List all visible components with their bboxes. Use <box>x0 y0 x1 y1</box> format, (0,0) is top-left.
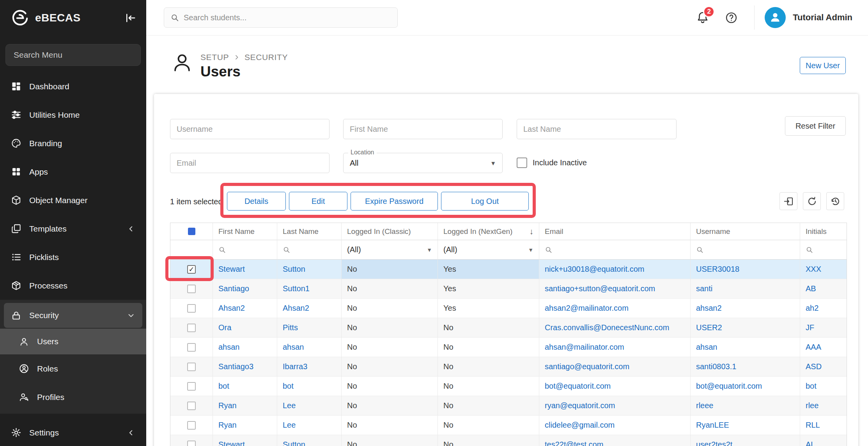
cell-email[interactable]: nick+u30018@equatorit.com <box>539 260 691 279</box>
global-search[interactable] <box>164 7 398 28</box>
cell-username[interactable]: USER30018 <box>691 260 800 279</box>
sidebar-item-utilities-home[interactable]: Utilities Home <box>0 101 146 129</box>
filter-first-name[interactable] <box>213 240 277 260</box>
help-icon[interactable] <box>725 11 738 24</box>
cell-first-name[interactable]: Ryan <box>213 396 277 416</box>
col-header-last-name[interactable]: Last Name <box>277 223 342 240</box>
sidebar-item-roles[interactable]: Roles <box>0 354 146 383</box>
table-row[interactable]: ahsan ahsan No No ahsan@mailinator.com a… <box>170 338 847 357</box>
first-name-filter-input[interactable] <box>343 119 503 139</box>
cell-username[interactable]: user2tes2t <box>691 435 800 446</box>
cell-last-name[interactable]: Lee <box>277 416 342 435</box>
user-menu[interactable]: Tutorial Admin <box>765 7 852 28</box>
cell-first-name[interactable]: ahsan <box>213 338 277 357</box>
sidebar-item-settings[interactable]: Settings <box>0 418 146 446</box>
cell-initials[interactable]: bot <box>800 377 847 396</box>
cell-email[interactable]: santiago@equatorit.com <box>539 357 691 377</box>
include-inactive-checkbox[interactable]: Include Inactive <box>517 158 587 168</box>
location-select[interactable]: Location All ▼ <box>343 153 503 173</box>
row-checkbox[interactable] <box>187 304 196 313</box>
cell-first-name[interactable]: Santiago3 <box>213 357 277 377</box>
row-checkbox[interactable] <box>187 421 196 430</box>
details-button[interactable]: Details <box>227 192 286 211</box>
notifications-button[interactable]: 2 <box>696 11 709 25</box>
cell-first-name[interactable]: Ahsan2 <box>213 299 277 318</box>
row-checkbox[interactable] <box>187 265 196 274</box>
edit-button[interactable]: Edit <box>289 192 347 211</box>
cell-username[interactable]: santi <box>691 279 800 299</box>
filter-email[interactable] <box>539 240 691 260</box>
sidebar-item-branding[interactable]: Branding <box>0 129 146 158</box>
select-all-cell[interactable] <box>170 223 213 240</box>
cell-initials[interactable]: AAA <box>800 338 847 357</box>
sidebar-item-processes[interactable]: Processes <box>0 271 146 300</box>
email-filter-input[interactable] <box>170 153 329 173</box>
select-all-checkbox[interactable] <box>188 228 195 235</box>
row-checkbox[interactable] <box>187 382 196 391</box>
cell-initials[interactable]: AL <box>800 435 847 446</box>
table-row[interactable]: Stewart Sutton No No tes22t@test.com use… <box>170 435 847 446</box>
sidebar-item-picklists[interactable]: Picklists <box>0 243 146 271</box>
column-chooser-icon[interactable] <box>779 192 797 210</box>
col-header-logged-in-classic[interactable]: Logged In (Classic) <box>342 223 438 240</box>
cell-username[interactable]: RyanLEE <box>691 416 800 435</box>
sidebar-item-users[interactable]: Users <box>0 329 146 354</box>
row-checkbox[interactable] <box>187 441 196 446</box>
cell-first-name[interactable]: Stewart <box>213 260 277 279</box>
breadcrumb-setup[interactable]: SETUP <box>200 53 229 62</box>
cell-last-name[interactable]: Pitts <box>277 318 342 338</box>
reset-filter-button[interactable]: Reset Filter <box>785 116 846 136</box>
col-header-first-name[interactable]: First Name <box>213 223 277 240</box>
cell-username[interactable]: USER2 <box>691 318 800 338</box>
cell-email[interactable]: ahsan2@mailinator.com <box>539 299 691 318</box>
cell-email[interactable]: ahsan@mailinator.com <box>539 338 691 357</box>
cell-last-name[interactable]: Ibarra3 <box>277 357 342 377</box>
sidebar-item-object-manager[interactable]: Object Manager <box>0 186 146 214</box>
history-icon[interactable] <box>826 192 844 210</box>
cell-email[interactable]: tes22t@test.com <box>539 435 691 446</box>
filter-initials[interactable] <box>800 240 847 260</box>
cell-first-name[interactable]: Santiago <box>213 279 277 299</box>
cell-first-name[interactable]: Ora <box>213 318 277 338</box>
table-row[interactable]: bot bot No No bot@equatorit.com bot@equa… <box>170 377 847 396</box>
breadcrumb-security[interactable]: SECURITY <box>244 53 288 62</box>
row-checkbox[interactable] <box>187 402 196 410</box>
cell-first-name[interactable]: bot <box>213 377 277 396</box>
cell-initials[interactable]: AB <box>800 279 847 299</box>
log-out-button[interactable]: Log Out <box>441 192 529 211</box>
table-row[interactable]: Ora Pitts No No Cras.convallis@DonecestN… <box>170 318 847 338</box>
new-user-button[interactable]: New User <box>800 57 846 74</box>
cell-initials[interactable]: XXX <box>800 260 847 279</box>
sidebar-item-apps[interactable]: Apps <box>0 158 146 186</box>
cell-last-name[interactable]: ahsan <box>277 338 342 357</box>
filter-logged-in-classic[interactable]: (All) ▼ <box>342 240 438 260</box>
table-row[interactable]: Ryan Lee No No ryan@equatorit.com rleee … <box>170 396 847 416</box>
cell-last-name[interactable]: Sutton <box>277 260 342 279</box>
table-row[interactable]: Stewart Sutton No Yes nick+u30018@equato… <box>170 260 847 279</box>
sidebar-item-security[interactable]: Security <box>4 303 142 328</box>
sidebar-item-templates[interactable]: Templates <box>0 214 146 243</box>
username-filter-input[interactable] <box>170 119 329 139</box>
cell-username[interactable]: santi0803.1 <box>691 357 800 377</box>
table-row[interactable]: Santiago3 Ibarra3 No No santiago@equator… <box>170 357 847 377</box>
cell-username[interactable]: ahsan <box>691 338 800 357</box>
cell-username[interactable]: ahsan2 <box>691 299 800 318</box>
cell-email[interactable]: ryan@equatorit.com <box>539 396 691 416</box>
expire-password-button[interactable]: Expire Password <box>351 192 438 211</box>
cell-email[interactable]: Cras.convallis@DonecestNunc.com <box>539 318 691 338</box>
sidebar-item-dashboard[interactable]: Dashboard <box>0 72 146 101</box>
col-header-initials[interactable]: Initials <box>800 223 847 240</box>
cell-initials[interactable]: ASD <box>800 357 847 377</box>
last-name-filter-input[interactable] <box>517 119 677 139</box>
cell-last-name[interactable]: bot <box>277 377 342 396</box>
cell-initials[interactable]: RLL <box>800 416 847 435</box>
cell-first-name[interactable]: Ryan <box>213 416 277 435</box>
row-checkbox[interactable] <box>187 324 196 332</box>
cell-email[interactable]: santiago+sutton@equatorit.com <box>539 279 691 299</box>
cell-username[interactable]: rleee <box>691 396 800 416</box>
table-row[interactable]: Santiago Sutton1 No Yes santiago+sutton@… <box>170 279 847 299</box>
refresh-icon[interactable] <box>803 192 821 210</box>
checkbox[interactable] <box>517 158 527 168</box>
cell-initials[interactable]: ah2 <box>800 299 847 318</box>
cell-email[interactable]: bot@equatorit.com <box>539 377 691 396</box>
